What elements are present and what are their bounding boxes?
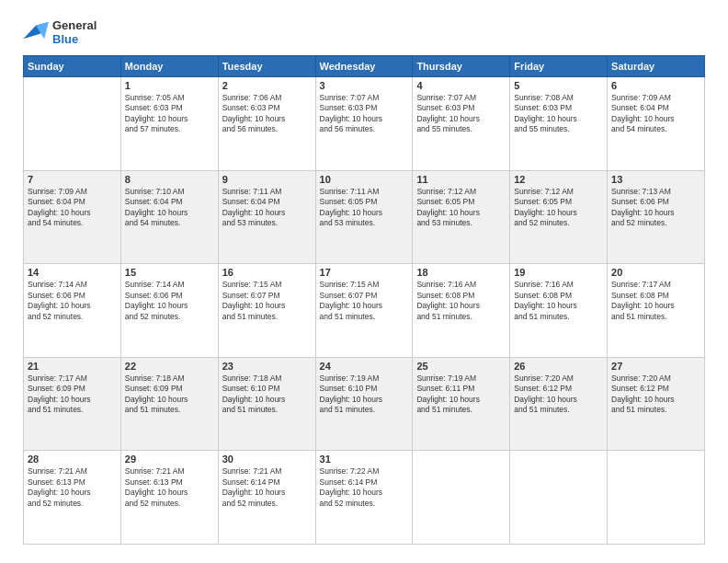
calendar-cell: 6Sunrise: 7:09 AM Sunset: 6:04 PM Daylig… (608, 77, 705, 171)
day-info: Sunrise: 7:12 AM Sunset: 6:05 PM Dayligh… (416, 187, 506, 229)
day-number: 21 (28, 361, 117, 372)
day-number: 25 (416, 361, 506, 372)
calendar-cell: 25Sunrise: 7:19 AM Sunset: 6:11 PM Dayli… (413, 357, 510, 451)
day-header-wednesday: Wednesday (315, 56, 413, 77)
calendar-table: SundayMondayTuesdayWednesdayThursdayFrid… (23, 55, 705, 545)
day-info: Sunrise: 7:14 AM Sunset: 6:06 PM Dayligh… (28, 280, 117, 322)
calendar-cell: 14Sunrise: 7:14 AM Sunset: 6:06 PM Dayli… (24, 264, 121, 358)
day-info: Sunrise: 7:12 AM Sunset: 6:05 PM Dayligh… (514, 187, 603, 229)
calendar-cell: 13Sunrise: 7:13 AM Sunset: 6:06 PM Dayli… (608, 170, 705, 264)
day-header-sunday: Sunday (24, 56, 121, 77)
day-number: 27 (611, 361, 700, 372)
day-info: Sunrise: 7:20 AM Sunset: 6:12 PM Dayligh… (611, 373, 700, 416)
day-info: Sunrise: 7:17 AM Sunset: 6:09 PM Dayligh… (28, 373, 117, 416)
calendar-cell: 11Sunrise: 7:12 AM Sunset: 6:05 PM Dayli… (413, 170, 510, 264)
day-info: Sunrise: 7:22 AM Sunset: 6:14 PM Dayligh… (320, 466, 409, 509)
week-row-2: 7Sunrise: 7:09 AM Sunset: 6:04 PM Daylig… (24, 170, 705, 264)
day-number: 31 (320, 454, 409, 465)
calendar-cell: 10Sunrise: 7:11 AM Sunset: 6:05 PM Dayli… (315, 170, 413, 264)
calendar-cell: 7Sunrise: 7:09 AM Sunset: 6:04 PM Daylig… (24, 170, 121, 264)
day-number: 9 (222, 174, 312, 185)
day-info: Sunrise: 7:11 AM Sunset: 6:05 PM Dayligh… (320, 187, 409, 229)
day-number: 6 (611, 80, 700, 91)
day-number: 7 (28, 174, 117, 185)
day-info: Sunrise: 7:14 AM Sunset: 6:06 PM Dayligh… (125, 280, 214, 322)
calendar-cell: 15Sunrise: 7:14 AM Sunset: 6:06 PM Dayli… (120, 264, 218, 358)
logo-text: General Blue (52, 18, 97, 46)
day-number: 12 (514, 174, 603, 185)
calendar-cell: 26Sunrise: 7:20 AM Sunset: 6:12 PM Dayli… (510, 357, 608, 451)
calendar-cell (608, 451, 705, 545)
week-row-3: 14Sunrise: 7:14 AM Sunset: 6:06 PM Dayli… (24, 264, 705, 358)
week-row-5: 28Sunrise: 7:21 AM Sunset: 6:13 PM Dayli… (24, 451, 705, 545)
calendar-cell: 2Sunrise: 7:06 AM Sunset: 6:03 PM Daylig… (218, 77, 315, 171)
day-number: 23 (222, 361, 312, 372)
day-header-monday: Monday (120, 56, 218, 77)
calendar-cell (510, 451, 608, 545)
day-number: 11 (416, 174, 506, 185)
calendar-cell: 29Sunrise: 7:21 AM Sunset: 6:13 PM Dayli… (120, 451, 218, 545)
day-info: Sunrise: 7:09 AM Sunset: 6:04 PM Dayligh… (28, 187, 117, 229)
day-info: Sunrise: 7:07 AM Sunset: 6:03 PM Dayligh… (320, 93, 409, 135)
calendar-cell: 4Sunrise: 7:07 AM Sunset: 6:03 PM Daylig… (413, 77, 510, 171)
page: General Blue SundayMondayTuesdayWednesda… (0, 0, 728, 563)
day-info: Sunrise: 7:18 AM Sunset: 6:10 PM Dayligh… (222, 373, 312, 416)
calendar-cell: 27Sunrise: 7:20 AM Sunset: 6:12 PM Dayli… (608, 357, 705, 451)
day-number: 13 (611, 174, 700, 185)
day-info: Sunrise: 7:09 AM Sunset: 6:04 PM Dayligh… (611, 93, 700, 135)
day-header-friday: Friday (510, 56, 608, 77)
day-number: 15 (125, 267, 214, 278)
day-number: 29 (125, 454, 214, 465)
day-header-saturday: Saturday (608, 56, 705, 77)
day-number: 24 (320, 361, 409, 372)
calendar-cell: 1Sunrise: 7:05 AM Sunset: 6:03 PM Daylig… (120, 77, 218, 171)
day-info: Sunrise: 7:06 AM Sunset: 6:03 PM Dayligh… (222, 93, 312, 135)
day-info: Sunrise: 7:11 AM Sunset: 6:04 PM Dayligh… (222, 187, 312, 229)
day-info: Sunrise: 7:20 AM Sunset: 6:12 PM Dayligh… (514, 373, 603, 416)
day-number: 17 (320, 267, 409, 278)
calendar-cell: 9Sunrise: 7:11 AM Sunset: 6:04 PM Daylig… (218, 170, 315, 264)
day-info: Sunrise: 7:21 AM Sunset: 6:13 PM Dayligh… (125, 466, 214, 509)
logo-icon (23, 22, 49, 42)
day-number: 4 (416, 80, 506, 91)
calendar-cell: 22Sunrise: 7:18 AM Sunset: 6:09 PM Dayli… (120, 357, 218, 451)
calendar-cell: 31Sunrise: 7:22 AM Sunset: 6:14 PM Dayli… (315, 451, 413, 545)
day-info: Sunrise: 7:15 AM Sunset: 6:07 PM Dayligh… (222, 280, 312, 322)
day-info: Sunrise: 7:05 AM Sunset: 6:03 PM Dayligh… (125, 93, 214, 135)
day-number: 14 (28, 267, 117, 278)
day-number: 5 (514, 80, 603, 91)
calendar-cell: 28Sunrise: 7:21 AM Sunset: 6:13 PM Dayli… (24, 451, 121, 545)
day-info: Sunrise: 7:15 AM Sunset: 6:07 PM Dayligh… (320, 280, 409, 322)
day-info: Sunrise: 7:19 AM Sunset: 6:11 PM Dayligh… (416, 373, 506, 416)
day-number: 3 (320, 80, 409, 91)
calendar-cell: 20Sunrise: 7:17 AM Sunset: 6:08 PM Dayli… (608, 264, 705, 358)
day-number: 30 (222, 454, 312, 465)
day-number: 2 (222, 80, 312, 91)
day-info: Sunrise: 7:21 AM Sunset: 6:14 PM Dayligh… (222, 466, 312, 509)
logo: General Blue (23, 18, 97, 46)
day-info: Sunrise: 7:16 AM Sunset: 6:08 PM Dayligh… (514, 280, 603, 322)
calendar-cell: 23Sunrise: 7:18 AM Sunset: 6:10 PM Dayli… (218, 357, 315, 451)
calendar-cell: 19Sunrise: 7:16 AM Sunset: 6:08 PM Dayli… (510, 264, 608, 358)
day-info: Sunrise: 7:17 AM Sunset: 6:08 PM Dayligh… (611, 280, 700, 322)
calendar-cell: 30Sunrise: 7:21 AM Sunset: 6:14 PM Dayli… (218, 451, 315, 545)
calendar-cell: 16Sunrise: 7:15 AM Sunset: 6:07 PM Dayli… (218, 264, 315, 358)
calendar-cell: 8Sunrise: 7:10 AM Sunset: 6:04 PM Daylig… (120, 170, 218, 264)
day-number: 10 (320, 174, 409, 185)
day-header-tuesday: Tuesday (218, 56, 315, 77)
day-info: Sunrise: 7:08 AM Sunset: 6:03 PM Dayligh… (514, 93, 603, 135)
calendar-cell: 12Sunrise: 7:12 AM Sunset: 6:05 PM Dayli… (510, 170, 608, 264)
day-info: Sunrise: 7:18 AM Sunset: 6:09 PM Dayligh… (125, 373, 214, 416)
week-row-1: 1Sunrise: 7:05 AM Sunset: 6:03 PM Daylig… (24, 77, 705, 171)
calendar-cell: 18Sunrise: 7:16 AM Sunset: 6:08 PM Dayli… (413, 264, 510, 358)
day-header-thursday: Thursday (413, 56, 510, 77)
calendar-cell: 5Sunrise: 7:08 AM Sunset: 6:03 PM Daylig… (510, 77, 608, 171)
day-number: 8 (125, 174, 214, 185)
calendar-cell (24, 77, 121, 171)
calendar-cell: 24Sunrise: 7:19 AM Sunset: 6:10 PM Dayli… (315, 357, 413, 451)
day-number: 1 (125, 80, 214, 91)
calendar-cell: 3Sunrise: 7:07 AM Sunset: 6:03 PM Daylig… (315, 77, 413, 171)
calendar-cell: 21Sunrise: 7:17 AM Sunset: 6:09 PM Dayli… (24, 357, 121, 451)
calendar-cell: 17Sunrise: 7:15 AM Sunset: 6:07 PM Dayli… (315, 264, 413, 358)
day-info: Sunrise: 7:13 AM Sunset: 6:06 PM Dayligh… (611, 187, 700, 229)
